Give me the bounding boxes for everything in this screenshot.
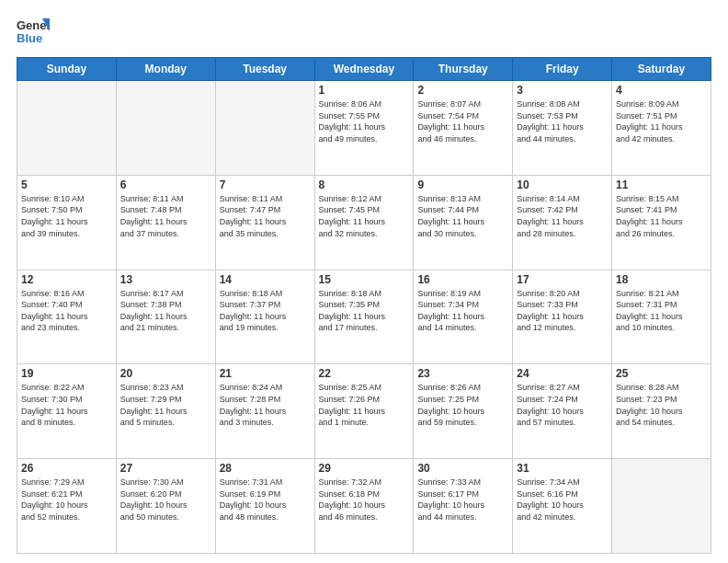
week-row-2: 5Sunrise: 8:10 AM Sunset: 7:50 PM Daylig… bbox=[17, 175, 711, 270]
day-number: 24 bbox=[517, 367, 608, 380]
day-cell: 29Sunrise: 7:32 AM Sunset: 6:18 PM Dayli… bbox=[314, 459, 414, 554]
weekday-friday: Friday bbox=[513, 58, 612, 81]
day-info: Sunrise: 8:11 AM Sunset: 7:47 PM Dayligh… bbox=[220, 193, 311, 239]
day-number: 4 bbox=[616, 84, 707, 97]
day-cell: 17Sunrise: 8:20 AM Sunset: 7:33 PM Dayli… bbox=[513, 270, 612, 364]
day-info: Sunrise: 8:18 AM Sunset: 7:37 PM Dayligh… bbox=[220, 288, 311, 334]
day-cell: 2Sunrise: 8:07 AM Sunset: 7:54 PM Daylig… bbox=[414, 81, 513, 176]
weekday-thursday: Thursday bbox=[414, 58, 513, 81]
day-cell: 15Sunrise: 8:18 AM Sunset: 7:35 PM Dayli… bbox=[314, 270, 414, 364]
day-info: Sunrise: 8:22 AM Sunset: 7:30 PM Dayligh… bbox=[21, 382, 112, 428]
day-info: Sunrise: 8:11 AM Sunset: 7:48 PM Dayligh… bbox=[120, 193, 211, 239]
day-cell: 13Sunrise: 8:17 AM Sunset: 7:38 PM Dayli… bbox=[116, 270, 215, 364]
day-number: 5 bbox=[21, 178, 112, 191]
day-number: 23 bbox=[417, 367, 508, 380]
day-cell: 3Sunrise: 8:08 AM Sunset: 7:53 PM Daylig… bbox=[513, 81, 612, 176]
day-info: Sunrise: 8:23 AM Sunset: 7:29 PM Dayligh… bbox=[120, 382, 211, 428]
day-number: 15 bbox=[319, 273, 410, 286]
day-number: 27 bbox=[120, 462, 211, 475]
day-number: 21 bbox=[220, 367, 311, 380]
weekday-wednesday: Wednesday bbox=[314, 58, 414, 81]
day-number: 22 bbox=[319, 367, 410, 380]
day-cell bbox=[116, 81, 215, 176]
day-info: Sunrise: 8:12 AM Sunset: 7:45 PM Dayligh… bbox=[319, 193, 410, 239]
day-info: Sunrise: 8:19 AM Sunset: 7:34 PM Dayligh… bbox=[417, 288, 508, 334]
day-info: Sunrise: 8:13 AM Sunset: 7:44 PM Dayligh… bbox=[417, 193, 508, 239]
day-number: 7 bbox=[220, 178, 311, 191]
day-cell: 11Sunrise: 8:15 AM Sunset: 7:41 PM Dayli… bbox=[612, 175, 711, 270]
day-number: 12 bbox=[21, 273, 112, 286]
day-cell: 7Sunrise: 8:11 AM Sunset: 7:47 PM Daylig… bbox=[215, 175, 314, 270]
day-cell: 16Sunrise: 8:19 AM Sunset: 7:34 PM Dayli… bbox=[414, 270, 513, 364]
week-row-5: 26Sunrise: 7:29 AM Sunset: 6:21 PM Dayli… bbox=[17, 459, 711, 554]
day-info: Sunrise: 8:17 AM Sunset: 7:38 PM Dayligh… bbox=[120, 288, 211, 334]
day-number: 2 bbox=[417, 84, 508, 97]
day-number: 26 bbox=[21, 462, 112, 475]
day-number: 1 bbox=[319, 84, 410, 97]
day-info: Sunrise: 8:16 AM Sunset: 7:40 PM Dayligh… bbox=[21, 288, 112, 334]
day-cell: 12Sunrise: 8:16 AM Sunset: 7:40 PM Dayli… bbox=[17, 270, 117, 364]
weekday-saturday: Saturday bbox=[612, 58, 711, 81]
day-cell: 1Sunrise: 8:06 AM Sunset: 7:55 PM Daylig… bbox=[314, 81, 414, 176]
day-cell bbox=[17, 81, 117, 176]
week-row-1: 1Sunrise: 8:06 AM Sunset: 7:55 PM Daylig… bbox=[17, 81, 711, 176]
day-info: Sunrise: 8:14 AM Sunset: 7:42 PM Dayligh… bbox=[517, 193, 608, 239]
day-cell: 30Sunrise: 7:33 AM Sunset: 6:17 PM Dayli… bbox=[414, 459, 513, 554]
day-cell: 19Sunrise: 8:22 AM Sunset: 7:30 PM Dayli… bbox=[17, 364, 117, 459]
day-info: Sunrise: 7:31 AM Sunset: 6:19 PM Dayligh… bbox=[220, 477, 311, 523]
weekday-monday: Monday bbox=[116, 58, 215, 81]
week-row-3: 12Sunrise: 8:16 AM Sunset: 7:40 PM Dayli… bbox=[17, 270, 711, 364]
day-info: Sunrise: 7:32 AM Sunset: 6:18 PM Dayligh… bbox=[319, 477, 410, 523]
day-cell: 23Sunrise: 8:26 AM Sunset: 7:25 PM Dayli… bbox=[414, 364, 513, 459]
day-number: 25 bbox=[616, 367, 707, 380]
day-number: 14 bbox=[220, 273, 311, 286]
day-cell: 4Sunrise: 8:09 AM Sunset: 7:51 PM Daylig… bbox=[612, 81, 711, 176]
day-info: Sunrise: 8:15 AM Sunset: 7:41 PM Dayligh… bbox=[616, 193, 707, 239]
day-info: Sunrise: 7:29 AM Sunset: 6:21 PM Dayligh… bbox=[21, 477, 112, 523]
day-number: 16 bbox=[417, 273, 508, 286]
day-cell bbox=[215, 81, 314, 176]
calendar: SundayMondayTuesdayWednesdayThursdayFrid… bbox=[17, 57, 711, 554]
day-number: 30 bbox=[417, 462, 508, 475]
header: General Blue bbox=[17, 15, 711, 48]
day-number: 19 bbox=[21, 367, 112, 380]
day-info: Sunrise: 8:18 AM Sunset: 7:35 PM Dayligh… bbox=[319, 288, 410, 334]
day-number: 10 bbox=[517, 178, 608, 191]
day-info: Sunrise: 8:07 AM Sunset: 7:54 PM Dayligh… bbox=[417, 98, 508, 144]
day-cell: 27Sunrise: 7:30 AM Sunset: 6:20 PM Dayli… bbox=[116, 459, 215, 554]
week-row-4: 19Sunrise: 8:22 AM Sunset: 7:30 PM Dayli… bbox=[17, 364, 711, 459]
day-number: 28 bbox=[220, 462, 311, 475]
svg-text:Blue: Blue bbox=[17, 31, 42, 45]
day-number: 18 bbox=[616, 273, 707, 286]
day-info: Sunrise: 8:27 AM Sunset: 7:24 PM Dayligh… bbox=[517, 382, 608, 428]
day-number: 29 bbox=[319, 462, 410, 475]
logo: General Blue bbox=[17, 15, 51, 48]
day-cell: 21Sunrise: 8:24 AM Sunset: 7:28 PM Dayli… bbox=[215, 364, 314, 459]
day-cell: 28Sunrise: 7:31 AM Sunset: 6:19 PM Dayli… bbox=[215, 459, 314, 554]
day-info: Sunrise: 8:25 AM Sunset: 7:26 PM Dayligh… bbox=[319, 382, 410, 428]
day-info: Sunrise: 8:28 AM Sunset: 7:23 PM Dayligh… bbox=[616, 382, 707, 428]
day-info: Sunrise: 7:33 AM Sunset: 6:17 PM Dayligh… bbox=[417, 477, 508, 523]
day-cell: 26Sunrise: 7:29 AM Sunset: 6:21 PM Dayli… bbox=[17, 459, 117, 554]
day-info: Sunrise: 8:24 AM Sunset: 7:28 PM Dayligh… bbox=[220, 382, 311, 428]
day-cell: 20Sunrise: 8:23 AM Sunset: 7:29 PM Dayli… bbox=[116, 364, 215, 459]
day-cell: 5Sunrise: 8:10 AM Sunset: 7:50 PM Daylig… bbox=[17, 175, 117, 270]
day-cell: 22Sunrise: 8:25 AM Sunset: 7:26 PM Dayli… bbox=[314, 364, 414, 459]
day-info: Sunrise: 8:08 AM Sunset: 7:53 PM Dayligh… bbox=[517, 98, 608, 144]
day-number: 20 bbox=[120, 367, 211, 380]
day-number: 3 bbox=[517, 84, 608, 97]
day-info: Sunrise: 7:30 AM Sunset: 6:20 PM Dayligh… bbox=[120, 477, 211, 523]
day-cell bbox=[612, 459, 711, 554]
day-cell: 14Sunrise: 8:18 AM Sunset: 7:37 PM Dayli… bbox=[215, 270, 314, 364]
weekday-tuesday: Tuesday bbox=[215, 58, 314, 81]
day-number: 31 bbox=[517, 462, 608, 475]
page: General Blue SundayMondayTuesdayWednesda… bbox=[0, 0, 728, 563]
day-cell: 9Sunrise: 8:13 AM Sunset: 7:44 PM Daylig… bbox=[414, 175, 513, 270]
day-info: Sunrise: 7:34 AM Sunset: 6:16 PM Dayligh… bbox=[517, 477, 608, 523]
day-number: 11 bbox=[616, 178, 707, 191]
weekday-sunday: Sunday bbox=[17, 58, 117, 81]
day-info: Sunrise: 8:09 AM Sunset: 7:51 PM Dayligh… bbox=[616, 98, 707, 144]
day-info: Sunrise: 8:21 AM Sunset: 7:31 PM Dayligh… bbox=[616, 288, 707, 334]
day-number: 9 bbox=[417, 178, 508, 191]
day-cell: 25Sunrise: 8:28 AM Sunset: 7:23 PM Dayli… bbox=[612, 364, 711, 459]
